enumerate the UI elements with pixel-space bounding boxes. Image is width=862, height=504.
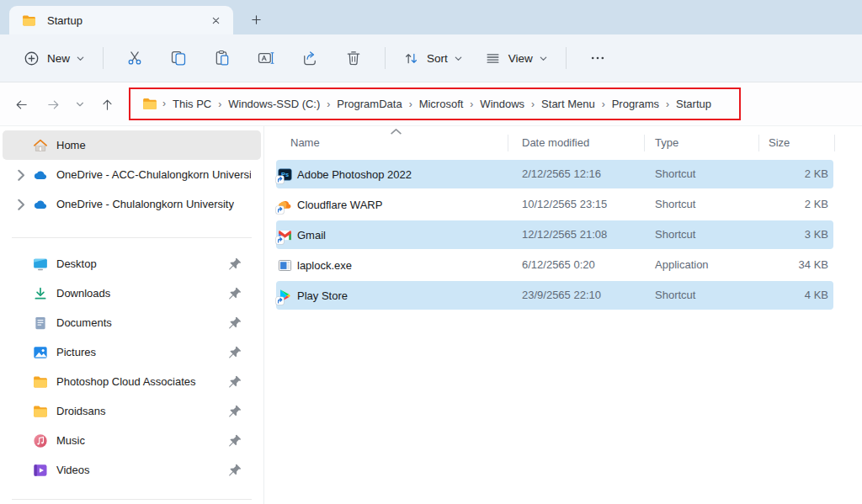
rename-icon <box>258 50 274 66</box>
back-button[interactable] <box>7 90 35 119</box>
column-header-name[interactable]: Name <box>290 130 320 156</box>
cut-button[interactable] <box>117 42 152 74</box>
sidebar-divider <box>12 237 252 238</box>
breadcrumb-item-microsoft[interactable]: Microsoft <box>413 98 470 110</box>
copy-icon <box>170 50 187 66</box>
gmail-file-icon <box>278 228 292 242</box>
new-tab-button[interactable] <box>243 8 269 31</box>
view-lines-icon <box>485 50 501 66</box>
sidebar-item-desktop[interactable]: Desktop <box>3 249 261 279</box>
breadcrumb-item-this-pc[interactable]: This PC <box>167 98 217 110</box>
copy-button[interactable] <box>161 42 196 74</box>
tab-bar: Startup <box>0 0 862 34</box>
sort-arrows-icon <box>403 50 419 66</box>
up-button[interactable] <box>93 90 121 119</box>
sidebar-item-videos[interactable]: Videos <box>3 455 261 485</box>
breadcrumb-highlight-box[interactable]: › This PC›Windows-SSD (C:)›ProgramData›M… <box>129 88 741 120</box>
breadcrumb-item-programs[interactable]: Programs <box>606 98 665 110</box>
column-separator[interactable] <box>758 135 759 151</box>
column-header-size[interactable]: Size <box>769 130 790 156</box>
onedrive-icon <box>33 197 48 212</box>
sidebar-item-label: Videos <box>56 464 90 476</box>
pin-icon <box>227 286 242 301</box>
sort-ascending-icon <box>390 128 402 135</box>
pin-icon <box>227 345 242 360</box>
music-icon <box>33 433 48 448</box>
tab-title: Startup <box>47 14 82 27</box>
plus-icon <box>251 14 262 25</box>
file-row-gmail[interactable]: Gmail12/12/2565 21:08Shortcut3 KB <box>276 220 833 249</box>
sidebar-item-documents[interactable]: Documents <box>3 308 261 337</box>
file-row-cloudflare-warp[interactable]: Cloudflare WARP10/12/2565 23:15Shortcut2… <box>276 190 833 219</box>
file-size: 3 KB <box>805 220 828 249</box>
more-options-button[interactable] <box>580 42 615 74</box>
sidebar-item-onedrive-acc-chulalongkorn-university[interactable]: OneDrive - ACC-Chulalongkorn University <box>3 160 261 189</box>
expand-chevron-icon[interactable] <box>13 197 29 212</box>
toolbar-separator <box>566 47 567 69</box>
tab-close-button[interactable] <box>205 11 226 29</box>
file-size: 2 KB <box>805 160 828 188</box>
column-header-type[interactable]: Type <box>655 130 678 156</box>
shortcut-arrow-icon <box>276 176 284 183</box>
folder-icon <box>142 98 157 110</box>
shortcut-arrow-icon <box>276 297 284 305</box>
sidebar-item-onedrive-chulalongkorn-university[interactable]: OneDrive - Chulalongkorn University <box>3 189 261 219</box>
tab-startup[interactable]: Startup <box>9 6 233 34</box>
breadcrumb-item-programdata[interactable]: ProgramData <box>331 98 407 110</box>
file-name: Play Store <box>297 289 348 302</box>
file-name: laplock.exe <box>297 259 352 272</box>
share-button[interactable] <box>292 42 327 74</box>
file-name: Adobe Photoshop 2022 <box>297 168 412 181</box>
sidebar-item-label: OneDrive - Chulalongkorn University <box>56 198 234 210</box>
file-row-laplock-exe[interactable]: laplock.exe6/12/2565 0:20Application34 K… <box>276 251 833 279</box>
sidebar-item-label: OneDrive - ACC-Chulalongkorn University <box>56 168 251 181</box>
back-arrow-icon <box>14 98 29 112</box>
file-row-play-store[interactable]: Play Store23/9/2565 22:10Shortcut4 KB <box>276 281 833 310</box>
sidebar-item-label: Home <box>56 139 86 151</box>
sidebar-item-pictures[interactable]: Pictures <box>3 337 261 367</box>
view-button[interactable]: View <box>476 42 556 74</box>
delete-button[interactable] <box>336 42 371 74</box>
breadcrumb-item-windows-ssd-c[interactable]: Windows-SSD (C:) <box>222 98 326 110</box>
file-explorer-window: Startup New <box>0 0 862 504</box>
toolbar-separator <box>103 47 104 69</box>
column-separator[interactable] <box>508 135 508 151</box>
shortcut-arrow-icon <box>276 206 284 214</box>
breadcrumb: This PC›Windows-SSD (C:)›ProgramData›Mic… <box>167 98 717 110</box>
breadcrumb-item-start-menu[interactable]: Start Menu <box>535 98 601 110</box>
column-separator[interactable] <box>644 135 645 151</box>
file-size: 2 KB <box>805 190 828 219</box>
expand-chevron-icon[interactable] <box>13 167 29 183</box>
sidebar-item-photoshop-cloud-associates[interactable]: Photoshop Cloud Associates <box>3 367 261 396</box>
sidebar-item-downloads[interactable]: Downloads <box>3 279 261 308</box>
file-size: 4 KB <box>805 281 828 310</box>
pictures-icon <box>33 345 48 360</box>
navigation-pane: HomeOneDrive - ACC-Chulalongkorn Univers… <box>0 126 264 504</box>
file-date-modified: 12/12/2565 21:08 <box>522 220 607 249</box>
photoshop-file-icon: Ps <box>278 167 292 182</box>
rename-button[interactable] <box>248 42 284 74</box>
sidebar-item-droidsans[interactable]: Droidsans <box>3 396 261 426</box>
home-icon <box>33 138 48 153</box>
breadcrumb-separator-icon: › <box>162 98 167 109</box>
column-separator[interactable] <box>834 135 835 151</box>
folder-icon <box>33 404 48 419</box>
column-header-date-modified[interactable]: Date modified <box>522 130 589 156</box>
file-row-adobe-photoshop-2022[interactable]: PsAdobe Photoshop 20222/12/2565 12:16Sho… <box>276 160 833 188</box>
new-plus-icon <box>24 50 40 66</box>
onedrive-icon <box>33 167 48 183</box>
pin-icon <box>227 463 242 478</box>
new-button[interactable]: New <box>15 42 93 74</box>
breadcrumb-item-startup[interactable]: Startup <box>670 98 717 110</box>
trash-icon <box>345 50 362 66</box>
recent-locations-button[interactable] <box>69 90 91 119</box>
sidebar-item-music[interactable]: Music <box>3 426 261 455</box>
pin-icon <box>227 404 242 419</box>
breadcrumb-item-windows[interactable]: Windows <box>474 98 530 110</box>
application-file-icon <box>278 258 292 273</box>
downloads-icon <box>33 286 48 301</box>
sidebar-item-home[interactable]: Home <box>3 130 261 160</box>
paste-button[interactable] <box>205 42 240 74</box>
forward-button[interactable] <box>39 90 67 119</box>
sort-button[interactable]: Sort <box>395 42 471 74</box>
